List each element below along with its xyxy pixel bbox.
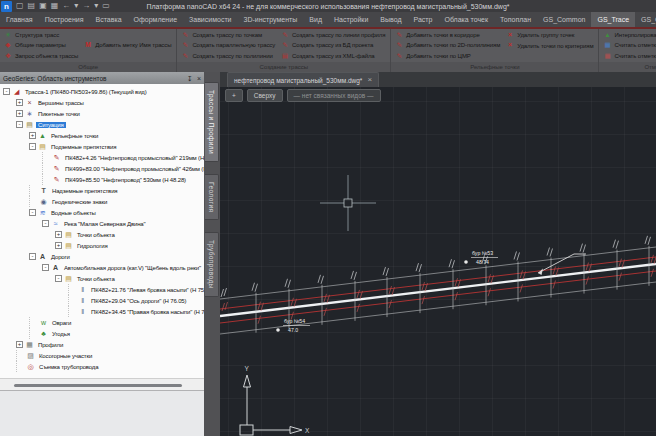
tree-expander[interactable]: + [55, 231, 62, 238]
tree-item[interactable]: wОвраги [0, 317, 204, 328]
tree-item[interactable]: ◉Геодезические знаки [0, 196, 204, 207]
delete-points-by-criteria-button[interactable]: ×Удалить точки по критериям [506, 40, 593, 50]
add-points-in-corridor-button[interactable]: ✎Добавить точки в коридоре [395, 30, 500, 40]
tree-expander[interactable]: - [29, 209, 36, 216]
tree-item-label[interactable]: Геодезические знаки [50, 199, 109, 205]
tree-item-label[interactable]: Ситуация [36, 122, 66, 128]
interpolate-point-elevations-button[interactable]: ▲Интерполировать отметки точек [603, 30, 656, 40]
document-tab[interactable]: нефтепровод магистральный_530мм.dwg* × [227, 72, 379, 87]
redo-icon[interactable]: → [82, 2, 90, 10]
tree-expander[interactable]: - [3, 88, 10, 95]
trace-structure-button[interactable]: ✳Структура трасс [4, 30, 78, 40]
side-tab-2[interactable]: Трубопроводы [205, 232, 219, 297]
ribbon-tab-14[interactable]: GS_Geology [635, 12, 656, 27]
tree-item[interactable]: +▦Профили [0, 339, 204, 350]
tree-item-label[interactable]: ПК482+29.04 "Ось дороги" (Н 76.05) [89, 298, 188, 304]
redo-dropdown-icon[interactable]: ▾ [94, 2, 98, 10]
query-trace-object-button[interactable]: ❖Запрос объекта трассы [4, 51, 78, 61]
tree-item-label[interactable]: ПК482+34.45 "Правая бровка насыпи" (Н 75… [89, 309, 204, 315]
tree-item[interactable]: -≈Река "Малая Северная Двина" [0, 218, 204, 229]
ribbon-tab-1[interactable]: Построения [39, 12, 90, 27]
ribbon-tab-6[interactable]: Вид [303, 12, 328, 27]
tree-item-label[interactable]: ПК499+83.00 "Нефтепровод промысловый" 42… [63, 166, 204, 172]
tree-item-label[interactable]: Дороги [49, 254, 72, 260]
tree-item[interactable]: ✎ПК499+85.50 "Нефтепровод" 530мм (Н 48.2… [0, 174, 204, 185]
view-top-button[interactable]: Сверху [247, 89, 283, 102]
tree-item[interactable]: +×Вершины трассы [0, 97, 204, 108]
ribbon-tab-7[interactable]: Настройки [328, 12, 374, 27]
tree-item-label[interactable]: Вершины трассы [36, 100, 86, 106]
tree-item-label[interactable]: Рельефные точки [49, 133, 100, 139]
tree-item[interactable]: ✎ПК499+83.00 "Нефтепровод промысловый" 4… [0, 163, 204, 174]
side-tab-0[interactable]: Трассы и Профили [205, 82, 219, 162]
tree-item-label[interactable]: Водные объекты [49, 210, 98, 216]
tree-item-label[interactable]: Точки объекта [75, 232, 117, 238]
tree-item-label[interactable]: Надземные препятствия [50, 188, 119, 194]
print-icon[interactable]: ▭ [102, 2, 110, 10]
undo-dropdown-icon[interactable]: ▾ [74, 2, 78, 10]
document-close-icon[interactable]: × [367, 76, 372, 84]
new-file-icon[interactable]: ▢ [16, 2, 24, 10]
tree-item[interactable]: -▤Ситуация [0, 119, 204, 130]
ribbon-tab-12[interactable]: GS_Common [537, 12, 591, 27]
close-icon[interactable]: × [197, 75, 201, 82]
tree-expander[interactable]: - [29, 143, 36, 150]
tree-item[interactable]: -◢Трасса-1 (ПК480-ПК503+99.86) (Текущий … [0, 86, 204, 97]
tree-item[interactable]: ▨Косогорные участки [0, 350, 204, 361]
tree-item[interactable]: ‖ПК482+21.76 "Левая бровка насыпи" (Н 75… [0, 284, 204, 295]
read-elevations-from-dem-button[interactable]: ▦Считать отметки точек с ЦМР [603, 40, 656, 50]
tree-item[interactable]: -≋Водные объекты [0, 207, 204, 218]
tree-item-label[interactable]: ПК482+4.26 "Нефтепровод промысловый" 219… [63, 155, 204, 161]
ribbon-tab-9[interactable]: Растр [408, 12, 439, 27]
tree-expander[interactable]: - [29, 253, 36, 260]
create-trace-by-profile-line-button[interactable]: ✎Создать трассу по линии профиля [281, 30, 385, 40]
tree-expander[interactable]: + [16, 99, 23, 106]
tree-expander[interactable]: + [16, 341, 23, 348]
add-trace-name-label-button[interactable]: MДобавить метку Имя трассы [84, 40, 171, 50]
tree-item[interactable]: TНадземные препятствия [0, 185, 204, 196]
add-points-by-2d-polylines-button[interactable]: ✎Добавить точки по 2D-полилиниям [395, 40, 500, 50]
save-all-icon[interactable]: ▦ [51, 2, 59, 10]
tree-item[interactable]: ‖ПК482+29.04 "Ось дороги" (Н 76.05) [0, 295, 204, 306]
tree-item-label[interactable]: Автомобильная дорога (кат.V) "Щебень вдо… [62, 265, 203, 271]
tree-expander[interactable]: - [42, 264, 49, 271]
tree-item[interactable]: -▤Подземные препятствия [0, 141, 204, 152]
tree-item[interactable]: +▤Точки объекта [0, 229, 204, 240]
tree-item-label[interactable]: ПК499+85.50 "Нефтепровод" 530мм (Н 48.28… [63, 177, 188, 183]
tree-item[interactable]: +∗Пикетные точки [0, 108, 204, 119]
tree-expander[interactable]: - [55, 275, 62, 282]
delete-point-group-button[interactable]: ×Удалить группу точек [506, 30, 593, 40]
save-icon[interactable]: ▣ [39, 2, 47, 10]
undo-icon[interactable]: ← [62, 2, 70, 10]
linked-views-dropdown[interactable]: — нет связанных видов — [287, 89, 381, 102]
tree-item[interactable]: ◎Съемка трубопровода [0, 361, 204, 372]
tree-item[interactable]: ♣Угодья [0, 328, 204, 339]
add-view-button[interactable]: + [225, 89, 243, 102]
tree-item-label[interactable]: Профили [36, 342, 65, 348]
tree-item[interactable]: +▲Рельефные точки [0, 130, 204, 141]
tree-item-label[interactable]: Гидрология [75, 243, 110, 249]
ribbon-tab-11[interactable]: Топоплан [494, 12, 537, 27]
tree-item[interactable]: ‖ПК482+34.45 "Правая бровка насыпи" (Н 7… [0, 306, 204, 317]
ribbon-tab-8[interactable]: Вывод [374, 12, 407, 27]
ribbon-tab-2[interactable]: Вставка [90, 12, 128, 27]
ribbon-tab-13[interactable]: GS_Trace [591, 12, 635, 27]
create-trace-by-points-button[interactable]: ✎Создать трассу по точкам [181, 30, 275, 40]
tree-expander[interactable]: + [16, 110, 23, 117]
read-elevations-from-dem-auto-button[interactable]: ▦Считать отметки точек с ЦМР авто [603, 51, 656, 61]
tree-item-label[interactable]: Точки объекта [75, 276, 117, 282]
open-file-icon[interactable]: ▤ [28, 2, 36, 10]
tree-item-label[interactable]: Угодья [50, 331, 72, 337]
side-tab-1[interactable]: Геология [205, 174, 219, 220]
tree-item[interactable]: -▤Точки объекта [0, 273, 204, 284]
ribbon-tab-5[interactable]: 3D-инструменты [238, 12, 304, 27]
tree-item-label[interactable]: Река "Малая Северная Двина" [62, 221, 148, 227]
tree-item-label[interactable]: Съемка трубопровода [37, 364, 100, 370]
cad-drawing[interactable]: бур №5348.74бур №5447.0YX [220, 87, 656, 436]
ribbon-tab-3[interactable]: Оформление [128, 12, 183, 27]
pin-icon[interactable]: ↧ [187, 75, 193, 82]
tree-item-label[interactable]: Трасса-1 (ПК480-ПК503+99.86) (Текущий ви… [23, 89, 149, 95]
tree-item[interactable]: -AДороги [0, 251, 204, 262]
tree-item-label[interactable]: Подземные препятствия [49, 144, 118, 150]
tree-expander[interactable]: + [55, 242, 62, 249]
